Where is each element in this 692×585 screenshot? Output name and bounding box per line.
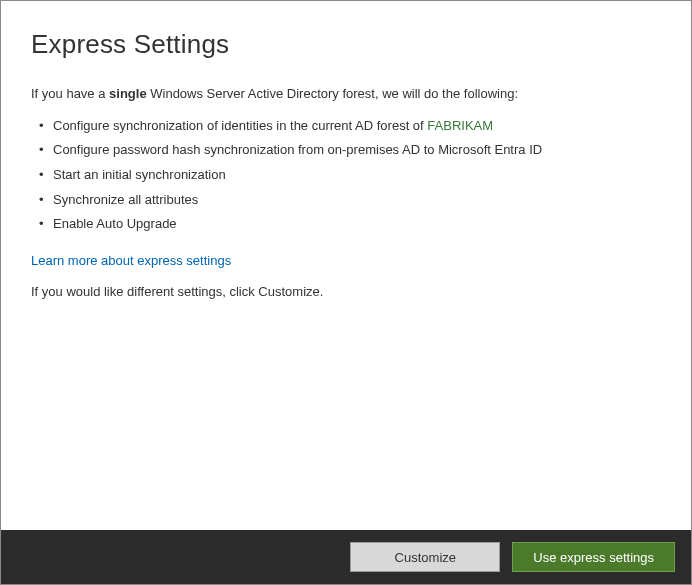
intro-prefix: If you have a bbox=[31, 86, 109, 101]
bullet-item: Enable Auto Upgrade bbox=[37, 212, 661, 237]
intro-suffix: Windows Server Active Directory forest, … bbox=[147, 86, 518, 101]
customize-note: If you would like different settings, cl… bbox=[31, 284, 661, 299]
bullet-text: Configure password hash synchronization … bbox=[53, 142, 542, 157]
content-area: Express Settings If you have a single Wi… bbox=[1, 1, 691, 530]
bullet-item: Configure password hash synchronization … bbox=[37, 138, 661, 163]
footer-bar: Customize Use express settings bbox=[1, 530, 691, 584]
bullet-item: Configure synchronization of identities … bbox=[37, 114, 661, 139]
bullet-item: Synchronize all attributes bbox=[37, 188, 661, 213]
learn-more-link[interactable]: Learn more about express settings bbox=[31, 253, 231, 268]
bullet-item: Start an initial synchronization bbox=[37, 163, 661, 188]
customize-button[interactable]: Customize bbox=[350, 542, 500, 572]
intro-bold: single bbox=[109, 86, 147, 101]
use-express-settings-button[interactable]: Use express settings bbox=[512, 542, 675, 572]
page-title: Express Settings bbox=[31, 29, 661, 60]
bullet-text: Synchronize all attributes bbox=[53, 192, 198, 207]
intro-text: If you have a single Windows Server Acti… bbox=[31, 84, 661, 104]
bullet-text: Enable Auto Upgrade bbox=[53, 216, 177, 231]
bullet-text: Configure synchronization of identities … bbox=[53, 118, 427, 133]
bullet-text: Start an initial synchronization bbox=[53, 167, 226, 182]
forest-name: FABRIKAM bbox=[427, 118, 493, 133]
bullet-list: Configure synchronization of identities … bbox=[31, 114, 661, 237]
